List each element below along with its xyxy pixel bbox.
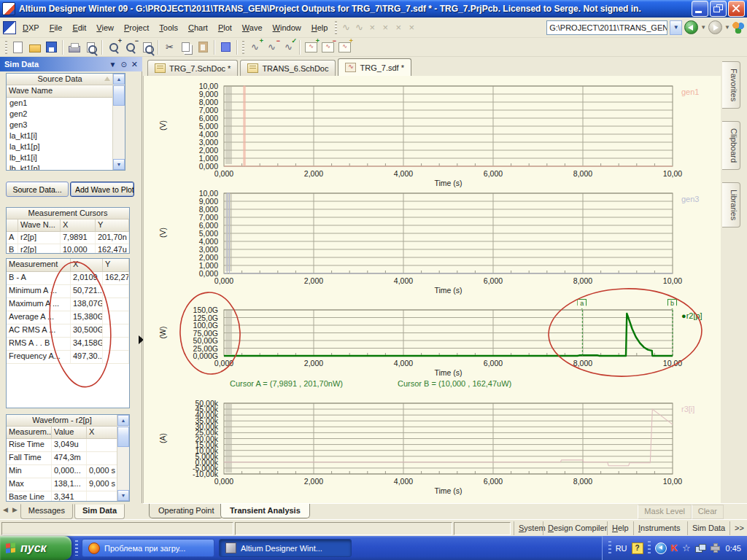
restore-button[interactable]	[710, 1, 727, 17]
back-dropdown-icon[interactable]: ▼	[700, 24, 706, 31]
list-item[interactable]: gen1	[7, 98, 125, 109]
zoom-window-button[interactable]	[139, 39, 155, 55]
zoom-out-button[interactable]: −	[122, 39, 139, 55]
taskbar-item-firefox[interactable]: Проблема при загру...	[82, 539, 214, 557]
column-header[interactable]: Y	[96, 219, 129, 231]
cut-button[interactable]: ✂	[161, 39, 178, 55]
list-item[interactable]: la_kt1[i]	[7, 131, 125, 141]
column-header[interactable]: Value	[52, 427, 87, 438]
menu-wave[interactable]: Wave	[237, 21, 268, 34]
zoom-in-button[interactable]: +	[105, 39, 122, 55]
edit-plot-button[interactable]: ∿+	[336, 39, 353, 55]
scroll-up-icon[interactable]: ▲	[117, 415, 129, 426]
column-header[interactable]: Measurem...	[7, 427, 52, 438]
edit-wave-button[interactable]: ∿✓	[280, 39, 297, 55]
scroll-up-icon[interactable]: ▲	[113, 74, 125, 85]
scroll-down-icon[interactable]: ▼	[117, 490, 129, 501]
address-input[interactable]: G:\PROJECT\2011\TRANS_GEN\Projec	[546, 20, 667, 35]
table-row[interactable]: B - A2,0109162,27u	[7, 272, 129, 285]
network-tray-icon[interactable]	[695, 544, 706, 553]
mask-level-button[interactable]: Mask Level	[638, 505, 692, 519]
tab-libraries[interactable]: Libraries	[722, 182, 740, 228]
status-instruments-button[interactable]: Instruments	[633, 521, 684, 535]
tab-sim-data[interactable]: Sim Data	[74, 504, 125, 519]
doc-tab-trg7-schdoc[interactable]: TRG_7.SchDoc *	[147, 60, 238, 76]
tab-clipboard[interactable]: Clipboard	[722, 121, 740, 170]
print-preview-button[interactable]	[82, 39, 99, 55]
save-button[interactable]	[43, 39, 60, 55]
remove-wave-button[interactable]: ∿−	[263, 39, 280, 55]
forward-dropdown-icon[interactable]: ▼	[724, 24, 730, 31]
doc-tab-trg7-sdf[interactable]: ∿ TRG_7.sdf *	[338, 58, 411, 76]
menu-chart[interactable]: Chart	[183, 21, 213, 34]
table-row[interactable]: AC RMS A ...30,500G	[7, 324, 129, 338]
table-row[interactable]: A r2[p] 7,9891 201,70n	[7, 232, 129, 244]
pin-icon[interactable]: ⊙	[120, 61, 126, 69]
doc-tab-trans6-schdoc[interactable]: TRANS_6.SchDoc	[240, 60, 336, 76]
help-tray-icon[interactable]: ?	[632, 542, 643, 554]
list-item[interactable]: gen3	[7, 120, 125, 131]
table-row[interactable]: Fall Time474,3m	[7, 452, 117, 465]
plus-tray-icon[interactable]	[711, 543, 720, 553]
taskbar-item-altium[interactable]: Altium Designer Wint...	[219, 539, 352, 557]
start-button[interactable]: пуск	[0, 536, 71, 560]
antivirus-tray-icon[interactable]: K	[671, 542, 678, 553]
list-item[interactable]: lb_kt1[p]	[7, 163, 125, 171]
scrollbar[interactable]: ▲ ▼	[117, 415, 129, 501]
tab-transient-analysis[interactable]: Transient Analysis	[220, 504, 310, 518]
menu-dxp[interactable]: DXP	[18, 21, 44, 34]
dxp-icon[interactable]	[3, 21, 16, 34]
table-row[interactable]: RMS A . . B34,158G	[7, 338, 129, 351]
column-header[interactable]	[7, 219, 18, 231]
table-row[interactable]: Average A ...15,380G	[7, 311, 129, 324]
menu-tools[interactable]: Tools	[154, 21, 183, 34]
column-header[interactable]: Measurement	[7, 259, 71, 271]
menu-file[interactable]: File	[44, 21, 68, 34]
add-wave-to-plot-button[interactable]: Add Wave to Plot	[70, 182, 134, 197]
scrollbar-thumb[interactable]	[113, 85, 125, 106]
tab-operating-point[interactable]: Operating Point	[149, 504, 223, 518]
scrollbar[interactable]: ▲ ▼	[112, 74, 125, 170]
scroll-down-icon[interactable]: ▼	[113, 159, 125, 170]
tab-scroll-right-icon[interactable]: ▶	[11, 504, 19, 516]
table-row[interactable]: Min0,000...0,000 s	[7, 465, 117, 478]
address-dropdown-button[interactable]: ▼	[670, 20, 682, 35]
column-header[interactable]: Wave N...	[18, 219, 61, 231]
forward-icon[interactable]	[708, 20, 722, 34]
column-header[interactable]: X	[61, 219, 96, 231]
new-document-button[interactable]	[9, 39, 26, 55]
wave-name-column-header[interactable]: Wave Name	[7, 85, 113, 97]
status-design-compiler-button[interactable]: Design Compiler	[543, 521, 611, 535]
panel-menu-icon[interactable]: ▼	[109, 61, 116, 69]
menu-view[interactable]: View	[91, 21, 119, 34]
close-button[interactable]	[728, 1, 745, 17]
table-row[interactable]: Frequency A...497,30...	[7, 351, 129, 364]
menu-help[interactable]: Help	[306, 21, 333, 34]
list-item[interactable]: lb_kt1[i]	[7, 152, 125, 163]
status-help-button[interactable]: Help	[607, 521, 633, 535]
status-more-button[interactable]: >>	[729, 521, 747, 535]
menu-edit[interactable]: Edit	[67, 21, 91, 34]
hide-tray-icon[interactable]	[655, 542, 667, 554]
copy-button[interactable]	[178, 39, 195, 55]
table-row[interactable]: Max138,1...9,000 s	[7, 478, 117, 491]
column-header[interactable]: X	[71, 259, 103, 271]
back-icon[interactable]	[684, 20, 698, 34]
table-row[interactable]: B r2[p] 10,000 162,47u	[7, 244, 129, 254]
status-sim-data-button[interactable]: Sim Data	[687, 521, 729, 535]
menu-project[interactable]: Project	[119, 21, 154, 34]
paste-button[interactable]	[195, 39, 212, 55]
add-plot-button[interactable]: ∿+	[303, 39, 320, 55]
panel-close-icon[interactable]: ✕	[131, 60, 138, 69]
table-row[interactable]: Base Line3,341	[7, 491, 117, 502]
scrollbar-thumb[interactable]	[117, 427, 129, 447]
print-button[interactable]	[66, 39, 82, 55]
quick-launch-grip[interactable]	[75, 540, 78, 556]
table-row[interactable]: Minimum A ...50,721...	[7, 285, 129, 298]
list-item[interactable]: la_kt1[p]	[7, 141, 125, 152]
language-indicator[interactable]: RU	[616, 544, 627, 553]
column-header[interactable]: X	[87, 427, 117, 438]
column-header[interactable]: Y	[103, 259, 129, 271]
star-tray-icon[interactable]: ☆	[682, 542, 691, 553]
tab-messages[interactable]: Messages	[20, 504, 73, 519]
